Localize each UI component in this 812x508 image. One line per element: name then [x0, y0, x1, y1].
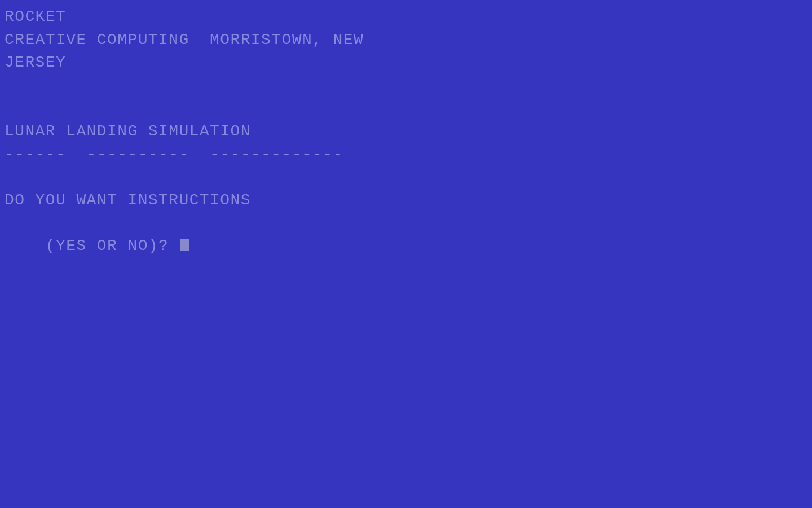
line-underline: ------ ---------- -------------	[5, 143, 807, 167]
line-rocket: ROCKET	[5, 6, 807, 29]
blank-line-2	[5, 97, 807, 120]
terminal-screen: ROCKET CREATIVE COMPUTING MORRISTOWN, NE…	[0, 0, 812, 508]
cursor-block	[180, 239, 189, 251]
blank-line-3	[5, 166, 807, 189]
line-title: LUNAR LANDING SIMULATION	[5, 120, 807, 143]
line-jersey: JERSEY	[5, 51, 807, 75]
line-prompt-2: (YES OR NO)?	[5, 212, 807, 281]
prompt-text: (YES OR NO)?	[46, 237, 179, 255]
blank-line-1	[5, 75, 807, 98]
line-creative-computing: CREATIVE COMPUTING MORRISTOWN, NEW	[5, 29, 807, 52]
line-prompt-1: DO YOU WANT INSTRUCTIONS	[5, 189, 807, 212]
